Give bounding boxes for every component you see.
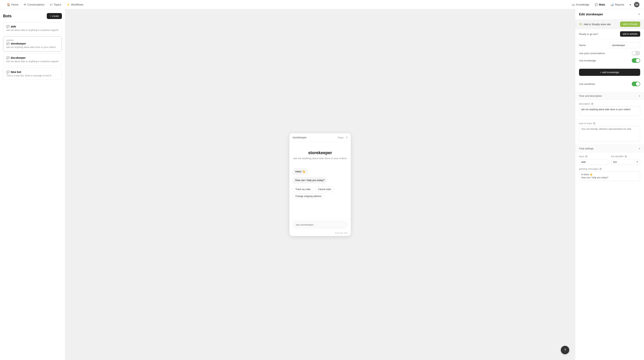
use-workflows-row: Use workflows	[579, 82, 640, 86]
bot-icon-new-bot: 💬	[6, 70, 10, 74]
bot-icon-docskeeper: 💬	[6, 56, 10, 59]
team-input[interactable]	[579, 159, 608, 165]
right-panel-title: Edit storekeeper	[579, 13, 603, 16]
shopify-left: 🛍 Add to Shopify store site	[579, 23, 611, 26]
quick-reply-shipping[interactable]: Change shipping address	[292, 194, 324, 199]
use-past-conversations-row: Use past conversations	[579, 51, 640, 56]
greeting-section: greeting messages ? Hi there 👋 How can I…	[575, 168, 644, 184]
quick-reply-cancel[interactable]: Cancel order	[315, 187, 334, 192]
use-workflows-toggle[interactable]	[632, 82, 640, 86]
chat-header: storekeeper Clear ×	[290, 133, 351, 142]
help-fab-button[interactable]: ?	[561, 346, 569, 354]
home-icon: 🏠	[7, 3, 10, 6]
workflows-icon: ⚡	[67, 3, 70, 6]
sidebar-title: Bots	[3, 14, 12, 18]
center-content: storekeeper Clear × storekeeper ask me a…	[65, 9, 575, 360]
quick-reply-track[interactable]: Track my order	[292, 187, 314, 192]
top-navigation: 🏠 Home ✉ Conversations 🏷 Topics ⚡ Workfl…	[0, 0, 644, 9]
close-panel-button[interactable]: ×	[638, 12, 640, 16]
nav-left: 🏠 Home ✉ Conversations 🏷 Topics ⚡ Workfl…	[4, 2, 86, 7]
chat-bot-desc: ask me anything about aide store or your…	[292, 157, 348, 160]
chat-quick-replies: Track my order Cancel order Change shipp…	[292, 187, 348, 199]
bot-card-docskeeper[interactable]: 💬 docskeeper ask me about aide or anythi…	[3, 53, 62, 66]
chat-footer: built with aide	[290, 231, 351, 236]
bot-card-aide[interactable]: 💬 aide ask me about aide or anything in …	[3, 22, 62, 34]
toggle-knob	[632, 51, 636, 55]
name-input[interactable]	[610, 42, 640, 48]
bot-identifier-select[interactable]: bot assistant agent	[611, 159, 640, 165]
create-bot-button[interactable]: + create	[47, 13, 62, 19]
use-knowledge-label: Use knowledge	[579, 59, 596, 62]
nav-dropdown[interactable]: ▾	[627, 2, 633, 7]
bot-identifier-field-group: bot identifier ? bot assistant agent	[611, 155, 640, 165]
bots-icon: 💬	[595, 3, 598, 6]
use-past-conversations-toggle[interactable]	[632, 51, 640, 56]
bot-icon-storekeeper: 💬	[6, 42, 10, 45]
knowledge-icon: 📖	[572, 3, 575, 6]
add-to-shopify-button[interactable]: add to Shopify	[620, 22, 640, 27]
chat-settings-label: Chat settings	[579, 147, 594, 150]
user-avatar[interactable]: ZB	[634, 2, 640, 7]
topics-icon: 🏷	[50, 3, 52, 6]
live-label: Ready to go live?	[579, 33, 598, 36]
nav-home[interactable]: 🏠 Home	[4, 2, 21, 7]
chat-settings-grid: team ? bot identifier ? bot assistant ag…	[579, 155, 640, 165]
nav-knowledge-label: Knowledge	[576, 3, 590, 6]
use-workflows-label: Use workflows	[579, 83, 595, 85]
bot-identifier-label: bot identifier ?	[611, 155, 640, 158]
greeting-help-icon[interactable]: ?	[599, 168, 602, 170]
bot-name-aide: 💬 aide	[6, 25, 59, 28]
nav-reports[interactable]: 📊 Reports	[608, 2, 626, 7]
shopify-icon: 🛍	[579, 23, 582, 26]
chat-clear-button[interactable]: Clear	[338, 136, 344, 139]
selected-label: selected	[6, 39, 59, 41]
tone-accordion[interactable]: Tone and description ▾	[575, 92, 644, 100]
add-knowledge-button[interactable]: + add knowledge	[579, 69, 640, 76]
chat-messages: Hello! 👋 How can I help you today? Track…	[292, 168, 348, 199]
nav-topics[interactable]: 🏷 Topics	[48, 2, 64, 7]
nav-topics-label: Topics	[54, 3, 61, 6]
bot-desc-aide: ask me about aide or anything in custome…	[6, 29, 59, 32]
description-help-icon[interactable]: ?	[591, 103, 594, 105]
greeting-box[interactable]: Hi there 👋 How can I help you today?	[579, 171, 640, 181]
chat-settings-accordion[interactable]: Chat settings ▾	[575, 145, 644, 152]
name-row: Name	[579, 42, 640, 48]
chat-bot-name: storekeeper	[292, 150, 348, 155]
sidebar-header: Bots + create	[3, 13, 62, 19]
chat-close-button[interactable]: ×	[346, 136, 348, 139]
nav-bots[interactable]: 💬 Bots	[592, 2, 608, 7]
chat-settings-form: team ? bot identifier ? bot assistant ag…	[575, 152, 644, 168]
team-label: team ?	[579, 155, 608, 158]
nav-knowledge[interactable]: 📖 Knowledge	[570, 2, 592, 7]
team-help-icon[interactable]: ?	[585, 155, 588, 158]
description-textarea[interactable]: ask me anything about aide store or your…	[579, 106, 640, 116]
name-label: Name	[579, 44, 586, 47]
chat-preview: storekeeper Clear × storekeeper ask me a…	[290, 133, 351, 236]
add-to-website-button[interactable]: add to website	[620, 31, 640, 37]
tone-help-icon[interactable]: ?	[593, 122, 596, 125]
nav-home-label: Home	[11, 3, 18, 6]
bot-name-docskeeper: 💬 docskeeper	[6, 56, 59, 59]
tone-label: tone of voice ?	[579, 122, 640, 125]
use-past-conversations-label: Use past conversations	[579, 52, 605, 55]
chat-input[interactable]	[292, 221, 348, 228]
conversations-icon: ✉	[24, 3, 26, 6]
use-knowledge-toggle[interactable]	[632, 58, 640, 63]
bots-sidebar: Bots + create 💬 aide ask me about aide o…	[0, 9, 65, 360]
use-knowledge-toggle-container	[632, 58, 640, 63]
form-section: Name Use past conversations Use knowledg…	[575, 39, 644, 69]
nav-workflows[interactable]: ⚡ Workflows	[64, 2, 86, 7]
toggle-knob-workflows	[636, 82, 640, 86]
right-panel-header: Edit storekeeper ×	[575, 9, 644, 20]
use-workflows-section: Use workflows	[575, 79, 644, 92]
greeting-line-2: How can I help you today?	[581, 176, 638, 179]
bot-desc-storekeeper: ask me anything about aide store or your…	[6, 46, 59, 49]
nav-conversations[interactable]: ✉ Conversations	[22, 2, 47, 7]
use-past-conversations-toggle-container	[632, 51, 640, 56]
shopify-label: Add to Shopify store site	[584, 23, 611, 26]
chat-greeting-emoji: Hello! 👋	[292, 168, 308, 175]
bot-identifier-help-icon[interactable]: ?	[624, 155, 627, 158]
tone-textarea[interactable]	[579, 126, 640, 141]
bot-card-storekeeper[interactable]: selected 💬 storekeeper ask me anything a…	[3, 36, 62, 52]
bot-card-new-bot[interactable]: 💬 New bot This is a new bot. Send a mess…	[3, 68, 62, 80]
